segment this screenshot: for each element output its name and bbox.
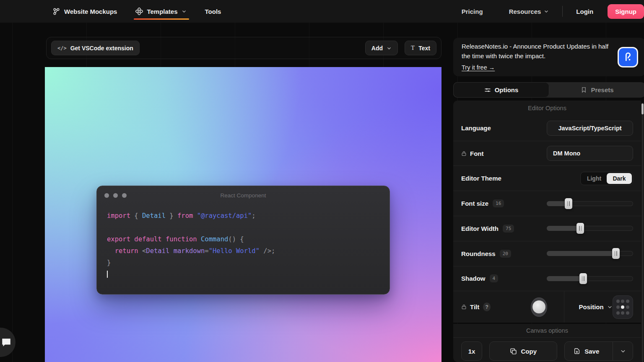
nav-left-group: Website Mockups Templates Tools <box>52 0 221 23</box>
vscode-extension-button[interactable]: </> Get VSCode extension <box>51 41 140 55</box>
text-button[interactable]: T Text <box>405 41 436 55</box>
releasenotes-logo-icon <box>618 47 638 67</box>
nav-item-label: Website Mockups <box>64 8 117 15</box>
row-shadow: Shadow 4 <box>453 266 641 291</box>
chevron-down-icon <box>544 9 549 14</box>
nav-item-label: Templates <box>147 8 177 15</box>
row-tilt: Tilt ? Position <box>453 291 641 323</box>
slider-handle[interactable] <box>576 223 584 234</box>
scrollbar-thumb[interactable] <box>641 103 644 114</box>
slider-handle[interactable] <box>612 248 620 259</box>
position-dot[interactable] <box>626 300 629 303</box>
roundness-slider[interactable] <box>547 251 633 256</box>
app-root: Website Mockups Templates Tools Pricing … <box>0 0 644 362</box>
lock-icon <box>461 304 467 310</box>
slider-fill <box>547 251 616 256</box>
position-dot[interactable] <box>616 311 620 315</box>
row-editor-width: Editor Width 75 <box>453 216 641 241</box>
language-select[interactable]: JavaScript/TypeScript <box>547 121 633 136</box>
save-button[interactable]: Save <box>565 342 608 360</box>
language-label: Language <box>461 124 491 132</box>
promo-cta-link[interactable]: Try it free → <box>462 63 495 72</box>
row-language: Language JavaScript/TypeScript <box>453 116 641 141</box>
sidebar-scrollbar[interactable] <box>641 103 644 362</box>
tilt-row-divider <box>564 291 564 323</box>
zoom-level-button[interactable]: 1x <box>461 341 482 361</box>
editor-width-value-badge: 75 <box>503 225 514 233</box>
top-nav: Website Mockups Templates Tools Pricing … <box>0 0 644 23</box>
shadow-slider[interactable] <box>547 276 633 281</box>
code-window-title[interactable]: React Component <box>97 192 390 199</box>
nav-item-website-mockups[interactable]: Website Mockups <box>52 0 117 23</box>
nav-item-templates[interactable]: Templates <box>135 0 186 23</box>
canvas-options-title: Canvas options <box>453 324 641 338</box>
nav-link-resources[interactable]: Resources <box>509 8 549 15</box>
tab-options[interactable]: Options <box>453 82 549 98</box>
nav-item-label: Tools <box>205 8 221 15</box>
gradient-canvas[interactable]: React Component import { Detail } from "… <box>45 67 441 362</box>
font-size-slider[interactable] <box>547 201 633 206</box>
position-dot[interactable] <box>621 300 624 303</box>
promo-card[interactable]: ReleaseNotes.io - Announce Product Updat… <box>453 38 644 76</box>
sidebar: ReleaseNotes.io - Announce Product Updat… <box>453 37 644 362</box>
add-button[interactable]: Add <box>365 41 398 55</box>
row-font: Font DM Mono <box>453 141 641 166</box>
tilt-knob[interactable] <box>531 297 547 317</box>
signup-button[interactable]: Signup <box>608 4 644 19</box>
canvas-options-buttons: 1x Copy Save <box>453 338 641 361</box>
chat-fab-button[interactable] <box>0 328 16 357</box>
editor-width-slider[interactable] <box>547 226 633 231</box>
position-dot[interactable] <box>616 300 620 303</box>
position-grid-pad[interactable] <box>613 295 633 319</box>
nav-link-login[interactable]: Login <box>576 8 593 15</box>
slider-fill <box>547 276 583 281</box>
nav-item-tools[interactable]: Tools <box>205 0 221 23</box>
sidebar-tabs: Options Presets <box>453 82 644 98</box>
save-split-button: Save <box>564 341 633 361</box>
roundness-label: Roundness <box>461 250 496 257</box>
promo-text: ReleaseNotes.io - Announce Product Updat… <box>462 43 608 59</box>
nav-link-pricing[interactable]: Pricing <box>462 8 483 15</box>
templates-icon <box>135 8 143 15</box>
theme-light-option[interactable]: Light <box>582 173 607 184</box>
chevron-down-icon <box>182 9 187 14</box>
code-lines[interactable]: import { Detail } from "@raycast/api"; e… <box>97 204 390 286</box>
editor-theme-label: Editor Theme <box>461 175 501 182</box>
row-font-size: Font size 16 <box>453 191 641 216</box>
tilt-help-icon[interactable]: ? <box>483 303 491 311</box>
editor-options-panel: Editor Options Language JavaScript/TypeS… <box>453 101 641 323</box>
position-dot[interactable] <box>616 305 620 309</box>
bookmark-icon <box>581 87 587 93</box>
position-dot[interactable] <box>626 311 629 315</box>
sitemap-icon <box>52 8 60 16</box>
copy-icon <box>510 348 517 355</box>
font-size-label: Font size <box>461 200 488 207</box>
position-dot[interactable] <box>626 305 629 309</box>
canvas-toolbar: </> Get VSCode extension Add T Text <box>46 37 441 59</box>
position-dot-selected[interactable] <box>621 305 624 309</box>
copy-button[interactable]: Copy <box>489 341 557 361</box>
shadow-value-badge: 4 <box>490 274 499 282</box>
font-label: Font <box>461 150 483 157</box>
save-options-chevron[interactable] <box>613 342 633 360</box>
editor-width-label: Editor Width <box>461 225 499 232</box>
active-nav-underline <box>134 18 189 20</box>
font-select[interactable]: DM Mono <box>547 146 633 161</box>
slider-handle[interactable] <box>579 273 587 284</box>
tab-presets[interactable]: Presets <box>549 82 644 98</box>
editor-options-title: Editor Options <box>453 101 641 116</box>
code-window[interactable]: React Component import { Detail } from "… <box>96 186 390 295</box>
chat-bubble-icon <box>1 337 12 348</box>
text-icon: T <box>411 44 415 52</box>
theme-dark-option[interactable]: Dark <box>607 173 632 184</box>
roundness-value-badge: 20 <box>500 250 511 258</box>
toolbar-right-group: Add T Text <box>365 41 436 55</box>
code-icon: </> <box>57 45 67 51</box>
position-dot[interactable] <box>621 311 624 315</box>
tilt-knob-inner <box>532 300 545 313</box>
canvas-options-section: Canvas options 1x Copy Save <box>453 324 641 362</box>
position-dropdown[interactable]: Position <box>579 303 612 310</box>
slider-handle[interactable] <box>565 198 572 209</box>
nav-divider <box>562 6 563 17</box>
chevron-down-icon <box>620 348 626 354</box>
